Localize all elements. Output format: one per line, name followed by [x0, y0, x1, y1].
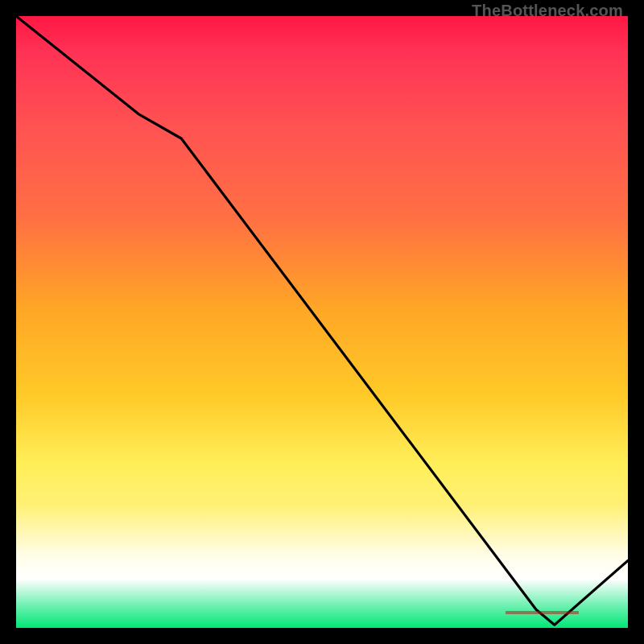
bottleneck-curve	[16, 16, 628, 625]
watermark-text: TheBottleneck.com	[472, 2, 623, 20]
marker-band	[506, 611, 579, 614]
line-chart	[16, 16, 628, 628]
